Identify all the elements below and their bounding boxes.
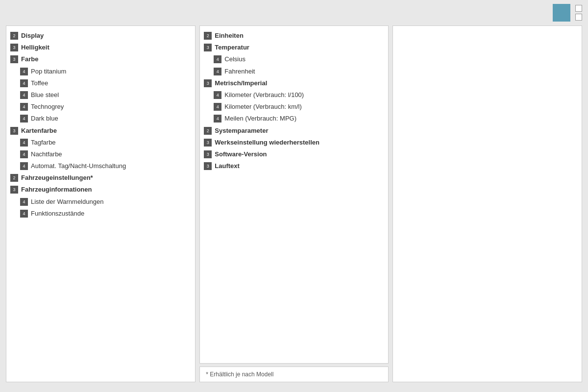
item-label: Fahrenheit [224, 67, 255, 76]
level-badge: 2 [10, 174, 18, 182]
item-label: Kilometer (Verbrauch: km/l) [224, 102, 302, 111]
item-label: Kilometer (Verbrauch: l/100) [224, 91, 304, 99]
level-badge: 4 [20, 139, 28, 147]
list-item[interactable]: 2Systemparameter [200, 125, 388, 137]
item-label: Einheiten [215, 31, 244, 40]
level-badge: 3 [10, 55, 18, 63]
level-badge: 4 [20, 115, 28, 122]
item-label: Tagfarbe [31, 138, 56, 147]
list-item[interactable]: 3Fahrzeuginformationen [6, 184, 195, 196]
level-badge: 4 [20, 162, 28, 170]
level-badge: 4 [214, 91, 221, 99]
item-label: Toffee [31, 79, 48, 88]
item-label: Celsius [224, 55, 245, 64]
list-item[interactable]: 3Kartenfarbe [6, 125, 195, 137]
list-item[interactable]: 4Toffee [6, 77, 195, 89]
level-badge: 4 [20, 150, 28, 158]
level-badge: 4 [214, 115, 221, 122]
item-label: Liste der Warnmeldungen [31, 197, 103, 206]
level-badge: 3 [204, 79, 212, 87]
list-item[interactable]: 4Meilen (Verbrauch: MPG) [200, 113, 388, 124]
left-panel: 2Display3Helligkeit3Farbe4Pop titanium4T… [6, 25, 196, 382]
level-badge: 3 [204, 162, 212, 170]
middle-panel-wrapper: 2Einheiten3Temperatur4Celsius4Fahrenheit… [199, 25, 388, 382]
list-item[interactable]: 4Funktionszustände [6, 208, 195, 220]
level-badge: 4 [20, 103, 28, 111]
list-item[interactable]: 4Dark blue [6, 113, 195, 124]
middle-panel: 2Einheiten3Temperatur4Celsius4Fahrenheit… [199, 25, 388, 364]
level-badge: 4 [20, 68, 28, 75]
item-label: Temperatur [215, 43, 249, 52]
checkbox-2[interactable] [575, 14, 582, 21]
main-content: 2Display3Helligkeit3Farbe4Pop titanium4T… [0, 25, 588, 388]
item-label: Technogrey [31, 102, 64, 111]
list-item[interactable]: 4Kilometer (Verbrauch: km/l) [200, 101, 388, 113]
level-badge: 3 [204, 139, 212, 147]
list-item[interactable]: 4Pop titanium [6, 66, 195, 77]
list-item[interactable]: 3Metrisch/Imperial [200, 77, 388, 89]
item-label: Dark blue [31, 114, 58, 123]
item-label: Metrisch/Imperial [215, 79, 267, 88]
list-item[interactable]: 4Celsius [200, 53, 388, 65]
checkbox-1[interactable] [575, 5, 582, 12]
list-item[interactable]: 2Fahrzeugeinstellungen* [6, 172, 195, 184]
list-item[interactable]: 2Einheiten [200, 30, 388, 42]
level-badge: 3 [10, 186, 18, 194]
checkbox-group [575, 5, 582, 21]
list-item[interactable]: 2Display [6, 30, 195, 42]
item-label: Fahrzeuginformationen [21, 185, 92, 194]
list-item[interactable]: 4Tagfarbe [6, 137, 195, 148]
level-badge: 3 [204, 150, 212, 158]
level-badge: 4 [214, 55, 221, 63]
list-item[interactable]: 3Helligkeit [6, 42, 195, 53]
level-badge: 3 [10, 44, 18, 51]
item-label: Kartenfarbe [21, 126, 57, 135]
item-label: Meilen (Verbrauch: MPG) [224, 114, 296, 123]
level-badge: 4 [20, 91, 28, 99]
list-item[interactable]: 3Farbe [6, 53, 195, 65]
right-panel [392, 25, 582, 382]
level-badge: 2 [10, 32, 18, 40]
color-box [553, 4, 570, 22]
item-label: Blue steel [31, 91, 59, 99]
list-item[interactable]: 4Blue steel [6, 89, 195, 101]
list-item[interactable]: 4Liste der Warnmeldungen [6, 196, 195, 208]
list-item[interactable]: 3Temperatur [200, 42, 388, 53]
level-badge: 2 [204, 32, 212, 40]
level-badge: 4 [20, 198, 28, 206]
level-badge: 3 [10, 127, 18, 135]
item-label: Farbe [21, 55, 38, 64]
item-label: Automat. Tag/Nacht-Umschaltung [31, 162, 126, 171]
item-label: Nachtfarbe [31, 150, 62, 159]
level-badge: 2 [204, 127, 212, 135]
level-badge: 4 [20, 210, 28, 218]
list-item[interactable]: 4Nachtfarbe [6, 148, 195, 160]
list-item[interactable]: 4Fahrenheit [200, 66, 388, 77]
item-label: Funktionszustände [31, 209, 84, 218]
list-item[interactable]: 4Automat. Tag/Nacht-Umschaltung [6, 160, 195, 172]
item-label: Display [21, 31, 44, 40]
list-item[interactable]: 3Lauftext [200, 160, 388, 172]
level-badge: 3 [204, 44, 212, 51]
level-badge: 4 [20, 79, 28, 87]
top-bar [0, 0, 588, 25]
item-label: Lauftext [215, 162, 240, 171]
item-label: Systemparameter [215, 126, 268, 135]
level-badge: 4 [214, 68, 221, 75]
list-item[interactable]: 3Software-Version [200, 148, 388, 160]
item-label: Pop titanium [31, 67, 66, 76]
item-label: Software-Version [215, 150, 267, 159]
item-label: Werkseinstellung wiederherstellen [215, 138, 319, 147]
list-item[interactable]: 4Technogrey [6, 101, 195, 113]
item-label: Helligkeit [21, 43, 49, 52]
item-label: Fahrzeugeinstellungen* [21, 173, 93, 182]
list-item[interactable]: 3Werkseinstellung wiederherstellen [200, 137, 388, 148]
footnote: * Erhältlich je nach Modell [199, 367, 388, 382]
level-badge: 4 [214, 103, 221, 111]
list-item[interactable]: 4Kilometer (Verbrauch: l/100) [200, 89, 388, 101]
